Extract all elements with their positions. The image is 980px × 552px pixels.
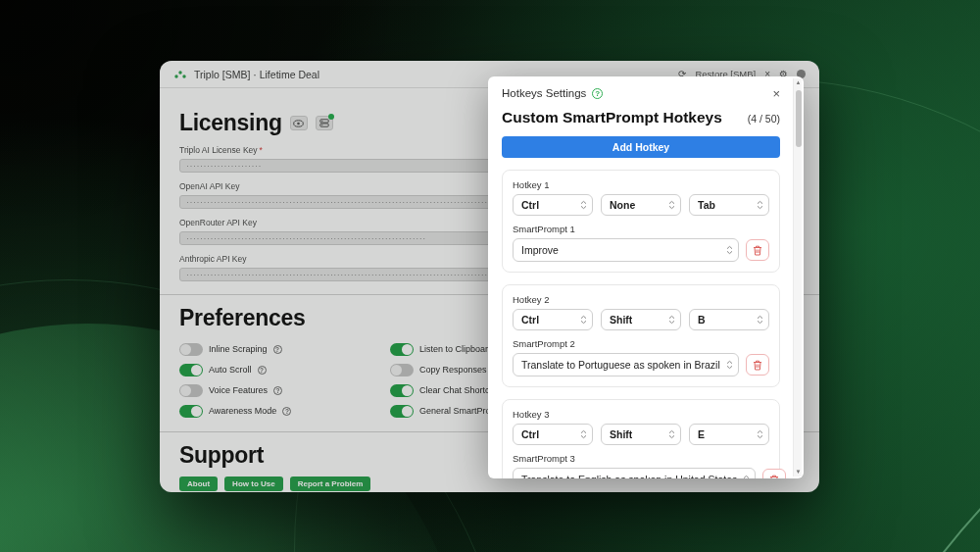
eye-icon [293, 120, 304, 127]
trash-icon [753, 245, 762, 256]
modifier2-select[interactable]: Shift [601, 424, 681, 445]
copy-responses-toggle[interactable] [390, 364, 414, 376]
storage-button[interactable] [316, 116, 333, 130]
toggle-knob [391, 365, 402, 376]
modal-title: Hotkeys Settings [502, 87, 586, 99]
auto-scroll-toggle[interactable] [179, 364, 203, 376]
stepper-icon [726, 361, 733, 370]
smartprompt-select[interactable]: Translate to English as spoken in United… [513, 468, 756, 478]
stepper-icon [668, 201, 675, 210]
window-title: Triplo [SMB] · Lifetime Deal [194, 69, 319, 80]
help-icon[interactable]: ? [273, 386, 282, 395]
required-mark: * [260, 145, 263, 155]
voice-features-toggle[interactable] [179, 384, 203, 397]
support-title: Support [179, 442, 264, 469]
scroll-down-icon[interactable]: ▼ [794, 468, 803, 477]
report-problem-button[interactable]: Report a Problem [290, 477, 371, 491]
trash-icon [753, 360, 762, 371]
toggle-knob [402, 385, 413, 396]
stepper-icon [743, 476, 750, 479]
hotkeys-settings-modal: Hotkeys Settings ? × Custom SmartPrompt … [488, 76, 804, 478]
select-value: Translate to English as spoken in United… [521, 474, 737, 478]
pref-label: Voice Features [209, 385, 268, 395]
key-select[interactable]: Tab [689, 194, 769, 216]
select-value: Ctrl [521, 199, 539, 211]
hotkey-count: (4 / 50) [748, 113, 780, 125]
select-value: Improve [521, 244, 559, 256]
help-icon[interactable]: ? [273, 345, 282, 354]
add-hotkey-button[interactable]: Add Hotkey [502, 136, 780, 158]
stepper-icon [726, 246, 733, 255]
stepper-icon [580, 201, 587, 210]
status-dot [328, 114, 334, 120]
hotkey-card: Hotkey 2 Ctrl Shift B SmartPrompt 2 Tran… [502, 284, 780, 387]
select-value: E [698, 428, 705, 440]
select-value: Ctrl [521, 314, 539, 326]
modifier1-select[interactable]: Ctrl [513, 194, 593, 216]
stepper-icon [757, 316, 763, 325]
about-button[interactable]: About [179, 477, 218, 491]
stepper-icon [580, 316, 587, 325]
support-buttons: About How to Use Report a Problem [179, 477, 800, 491]
scrollbar-thumb[interactable] [796, 90, 802, 147]
hotkey-label: Hotkey 1 [513, 179, 769, 190]
general-smartprompts-toggle[interactable] [390, 405, 414, 418]
modal-heading: Custom SmartPrompt Hotkeys [502, 109, 722, 126]
modifier1-select[interactable]: Ctrl [513, 309, 593, 330]
smartprompt-label: SmartPrompt 2 [513, 338, 769, 349]
select-value: None [610, 199, 635, 211]
pref-awareness-mode: Awareness Mode ? [179, 403, 390, 419]
toggle-knob [402, 344, 413, 355]
trash-icon [769, 475, 779, 479]
field-label: OpenAI API Key [179, 181, 239, 191]
delete-hotkey-button[interactable] [762, 469, 786, 478]
toggle-knob [402, 406, 413, 417]
select-value: B [698, 314, 706, 326]
preferences-title: Preferences [179, 305, 305, 331]
stepper-icon [668, 430, 675, 439]
stepper-icon [580, 430, 587, 439]
key-select[interactable]: B [689, 309, 769, 330]
smartprompt-select[interactable]: Improve [513, 238, 739, 262]
modal-title-row: Hotkeys Settings ? × [502, 84, 780, 102]
triplo-logo-icon [173, 69, 187, 80]
help-icon[interactable]: ? [592, 88, 603, 99]
toggle-knob [180, 385, 191, 396]
select-value: Shift [610, 428, 632, 440]
delete-hotkey-button[interactable] [746, 354, 769, 376]
smartprompt-label: SmartPrompt 3 [513, 453, 769, 464]
delete-hotkey-button[interactable] [746, 239, 769, 261]
clear-chat-toggle[interactable] [390, 384, 414, 397]
modifier2-select[interactable]: None [601, 194, 681, 216]
select-value: Shift [610, 314, 632, 326]
show-keys-button[interactable] [290, 116, 308, 130]
how-to-use-button[interactable]: How to Use [224, 477, 283, 491]
toggle-knob [191, 406, 202, 417]
help-icon[interactable]: ? [282, 407, 291, 416]
close-icon[interactable]: × [772, 87, 780, 100]
key-select[interactable]: E [689, 424, 769, 445]
database-icon [319, 119, 329, 127]
modifier1-select[interactable]: Ctrl [513, 424, 593, 445]
smartprompt-select[interactable]: Translate to Portuguese as spoken in Bra… [513, 353, 739, 376]
pref-label: Inline Scraping [209, 344, 268, 354]
hotkey-label: Hotkey 2 [513, 294, 769, 305]
licensing-title: Licensing [179, 110, 282, 136]
help-icon[interactable]: ? [258, 366, 267, 375]
stepper-icon [757, 430, 763, 439]
masked-value: ········································… [186, 232, 426, 244]
awareness-mode-toggle[interactable] [179, 405, 203, 418]
inline-scraping-toggle[interactable] [179, 343, 203, 356]
hotkey-card: Hotkey 3 Ctrl Shift E SmartPrompt 3 Tran… [502, 399, 780, 478]
modifier2-select[interactable]: Shift [601, 309, 681, 330]
scroll-up-icon[interactable]: ▲ [794, 78, 803, 87]
listen-clipboard-toggle[interactable] [390, 343, 414, 356]
pref-label: Listen to Clipboard [419, 344, 493, 354]
select-value: Translate to Portuguese as spoken in Bra… [521, 359, 720, 371]
smartprompt-label: SmartPrompt 1 [513, 224, 769, 234]
stepper-icon [757, 201, 763, 210]
pref-label: Awareness Mode [209, 406, 276, 416]
modal-scrollbar[interactable]: ▲ ▼ [793, 78, 802, 477]
pref-inline-scraping: Inline Scraping ? [179, 341, 390, 357]
toggle-knob [180, 344, 191, 355]
